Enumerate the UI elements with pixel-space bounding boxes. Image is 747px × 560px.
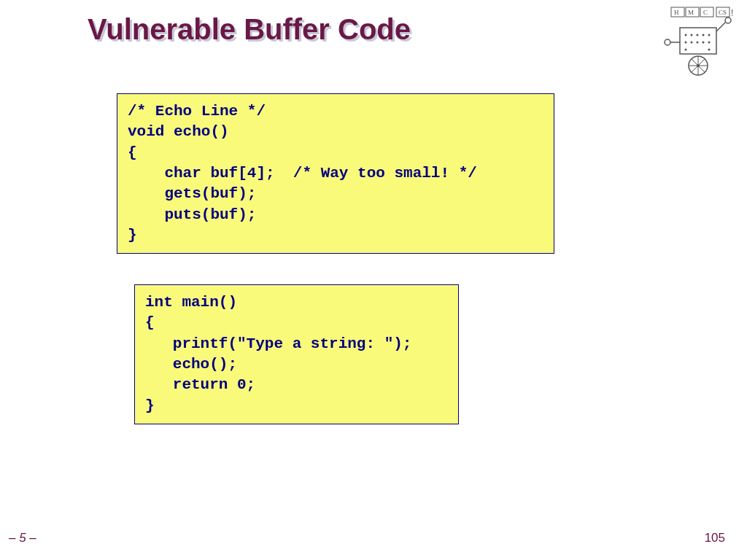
svg-text:!: ! bbox=[731, 8, 733, 18]
svg-text:CS: CS bbox=[719, 9, 727, 16]
slide-title: Vulnerable Buffer Code bbox=[88, 13, 411, 46]
code-block-main: int main() { printf("Type a string: "); … bbox=[134, 284, 459, 424]
svg-text:H: H bbox=[674, 9, 679, 16]
hmc-cs-logo: H M C CS ! bbox=[664, 6, 737, 79]
svg-point-21 bbox=[708, 49, 711, 51]
svg-point-18 bbox=[703, 42, 705, 44]
svg-point-12 bbox=[697, 34, 699, 36]
svg-line-22 bbox=[716, 22, 726, 31]
page-number-right: 105 bbox=[705, 531, 725, 545]
svg-point-31 bbox=[697, 64, 700, 67]
svg-point-11 bbox=[691, 34, 693, 36]
svg-point-14 bbox=[708, 34, 711, 36]
svg-point-20 bbox=[685, 49, 687, 51]
svg-text:C: C bbox=[703, 9, 708, 16]
svg-point-16 bbox=[691, 42, 693, 44]
code-block-echo: /* Echo Line */ void echo() { char buf[4… bbox=[117, 93, 554, 254]
page-number-left: – 5 – bbox=[9, 531, 36, 545]
svg-point-15 bbox=[685, 42, 687, 44]
svg-point-13 bbox=[703, 34, 705, 36]
svg-point-19 bbox=[708, 42, 711, 44]
svg-point-17 bbox=[697, 42, 699, 44]
svg-text:M: M bbox=[688, 9, 694, 16]
svg-point-25 bbox=[665, 39, 670, 45]
svg-point-10 bbox=[685, 34, 687, 36]
svg-point-23 bbox=[725, 18, 731, 23]
